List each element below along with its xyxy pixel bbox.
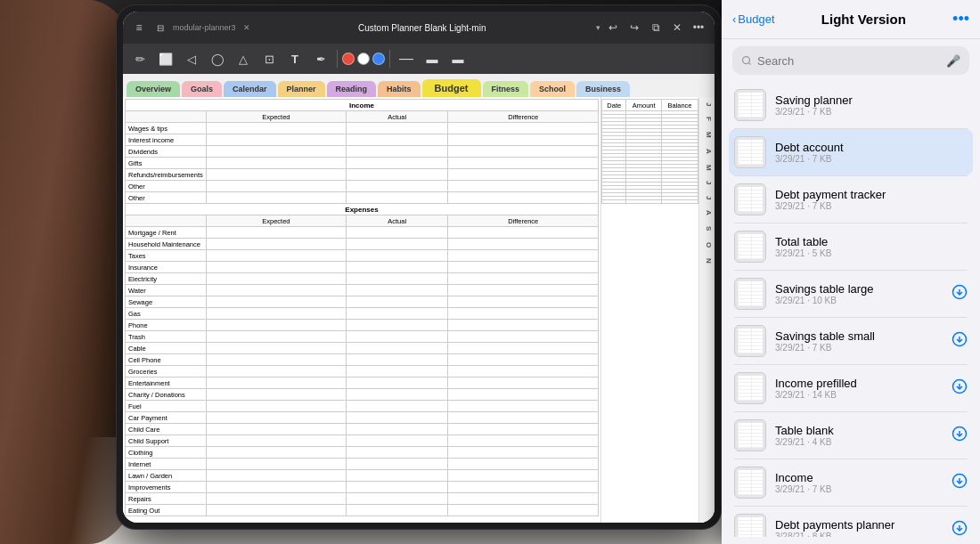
row-entertainment: Entertainment xyxy=(126,378,207,389)
search-bar[interactable]: 🎤 xyxy=(732,46,969,75)
tab-reading[interactable]: Reading xyxy=(327,81,377,97)
download-button[interactable] xyxy=(951,331,968,351)
panel-title: Light Version xyxy=(775,12,953,27)
tab-fitness[interactable]: Fitness xyxy=(483,81,529,97)
tab-overview[interactable]: Overview xyxy=(127,81,180,97)
file-item-income[interactable]: Income 3/29/21 · 7 KB xyxy=(729,459,973,506)
file-info: Debt account 3/29/21 · 7 KB xyxy=(775,141,968,164)
file-name: Income prefilled xyxy=(775,377,943,390)
tab-planner[interactable]: Planner xyxy=(278,81,325,97)
toolbar-file-icon[interactable]: ⊟ xyxy=(151,19,169,37)
search-input[interactable] xyxy=(757,54,941,68)
month-tab-S[interactable]: S xyxy=(699,221,715,236)
file-thumb xyxy=(734,183,766,215)
row-insurance: Insurance xyxy=(126,262,207,273)
highlighter-tool[interactable]: ◁ xyxy=(180,47,203,70)
file-item-total-table[interactable]: Total table 3/29/21 · 5 KB xyxy=(729,223,973,270)
row-childsupport: Child Support xyxy=(126,435,207,447)
file-thumb xyxy=(734,325,766,357)
back-label: Budget xyxy=(738,12,774,26)
close-button[interactable]: ✕ xyxy=(668,19,686,37)
file-meta: 3/29/21 · 7 KB xyxy=(775,484,943,494)
download-button[interactable] xyxy=(951,284,968,304)
month-tab-M1[interactable]: M xyxy=(699,126,715,143)
more-button[interactable]: ••• xyxy=(690,19,707,37)
row-childcare: Child Care xyxy=(126,424,207,435)
file-item-income-prefilled[interactable]: Income prefilled 3/29/21 · 14 KB xyxy=(729,365,973,411)
rect-tool2[interactable]: ▬ xyxy=(446,47,470,70)
month-tab-M2[interactable]: M xyxy=(699,159,715,176)
file-item-debt-payment-tracker[interactable]: Debt payment tracker 3/29/21 · 7 KB xyxy=(729,176,973,223)
file-thumb xyxy=(734,231,766,263)
search-icon xyxy=(741,55,752,66)
download-button[interactable] xyxy=(951,426,968,445)
eraser-tool[interactable]: ⬜ xyxy=(154,47,177,70)
dropdown-arrow[interactable]: ▾ xyxy=(596,23,600,32)
file-name: Savings table small xyxy=(775,329,943,343)
file-item-saving-planner[interactable]: Saving planner 3/29/21 · 7 KB xyxy=(729,82,973,128)
color-white[interactable] xyxy=(357,53,370,65)
main-content: Income Expected Actual Difference Wages … xyxy=(123,97,715,523)
month-tab-F[interactable]: F xyxy=(699,111,715,126)
file-item-debt-account[interactable]: Debt account 3/29/21 · 7 KB xyxy=(729,129,973,175)
file-meta: 3/29/21 · 7 KB xyxy=(775,201,968,211)
tab-navigation: Overview Goals Calendar Planner Reading … xyxy=(123,74,715,97)
toolbar-divider2 xyxy=(389,50,390,68)
month-tab-A1[interactable]: A xyxy=(699,143,715,159)
file-thumb xyxy=(734,278,766,310)
tab-calendar[interactable]: Calendar xyxy=(224,81,276,97)
tab-business[interactable]: Business xyxy=(576,81,630,97)
mic-icon[interactable]: 🎤 xyxy=(946,54,960,68)
row-carpayment: Car Payment xyxy=(126,412,207,424)
file-thumb xyxy=(734,467,766,499)
file-info: Debt payment tracker 3/29/21 · 7 KB xyxy=(775,188,968,211)
back-button[interactable]: ‹ Budget xyxy=(732,12,775,26)
row-gas: Gas xyxy=(126,308,207,320)
panel-header: ‹ Budget Light Version ••• xyxy=(722,0,980,39)
lasso-tool[interactable]: ◯ xyxy=(206,47,229,70)
rect-tool1[interactable]: ▬ xyxy=(421,47,444,70)
file-item-savings-large[interactable]: Savings table large 3/29/21 · 10 KB xyxy=(729,271,973,317)
pen-tool[interactable]: ✏ xyxy=(128,47,151,70)
file-meta: 3/28/21 · 8 KB xyxy=(775,532,943,537)
minus-tool[interactable]: — xyxy=(395,47,418,70)
month-tab-N[interactable]: N xyxy=(699,253,715,269)
row-interest: Interest income xyxy=(126,134,207,146)
toolbar-back-icon[interactable]: ≡ xyxy=(130,19,148,37)
budget-table: Income Expected Actual Difference Wages … xyxy=(125,99,599,516)
tab-school[interactable]: School xyxy=(530,81,575,97)
redo-button[interactable]: ↪ xyxy=(625,19,643,37)
file-item-savings-small[interactable]: Savings table small 3/29/21 · 7 KB xyxy=(729,318,973,364)
text-tool[interactable]: T xyxy=(283,47,306,70)
file-item-table-blank[interactable]: Table blank 3/29/21 · 4 KB xyxy=(729,412,973,459)
tab-budget[interactable]: Budget xyxy=(422,79,481,97)
month-tab-A2[interactable]: A xyxy=(699,205,715,221)
shape-tool[interactable]: △ xyxy=(232,47,255,70)
row-groceries: Groceries xyxy=(126,366,207,378)
month-tab-J1[interactable]: J xyxy=(699,97,715,111)
file-name: Saving planner xyxy=(775,93,968,107)
file-list: Saving planner 3/29/21 · 7 KB Debt accou… xyxy=(722,82,980,537)
color-red[interactable] xyxy=(342,53,355,65)
file-meta: 3/29/21 · 4 KB xyxy=(775,437,943,447)
expense-col-difference: Difference xyxy=(448,215,599,227)
more-options-button[interactable]: ••• xyxy=(952,10,969,28)
file-info: Savings table large 3/29/21 · 10 KB xyxy=(775,282,943,305)
duplicate-button[interactable]: ⧉ xyxy=(647,19,665,37)
month-tab-J3[interactable]: J xyxy=(699,191,715,205)
download-button[interactable] xyxy=(951,520,968,537)
download-button[interactable] xyxy=(951,473,968,492)
undo-button[interactable]: ↩ xyxy=(604,19,622,37)
file-name: Table blank xyxy=(775,424,943,437)
tab-habits[interactable]: Habits xyxy=(378,81,421,97)
month-tab-O[interactable]: O xyxy=(699,237,715,253)
row-wages: Wages & tips xyxy=(126,123,207,134)
month-tab-J2[interactable]: J xyxy=(699,175,715,190)
tab-goals[interactable]: Goals xyxy=(182,81,222,97)
download-button[interactable] xyxy=(951,378,968,398)
color-blue[interactable] xyxy=(372,53,385,65)
camera-tool[interactable]: ⊡ xyxy=(257,47,281,70)
file-thumb xyxy=(734,514,766,537)
marker-tool[interactable]: ✒ xyxy=(309,47,332,70)
file-item-debt-payments-planner[interactable]: Debt payments planner 3/28/21 · 8 KB xyxy=(729,507,973,537)
